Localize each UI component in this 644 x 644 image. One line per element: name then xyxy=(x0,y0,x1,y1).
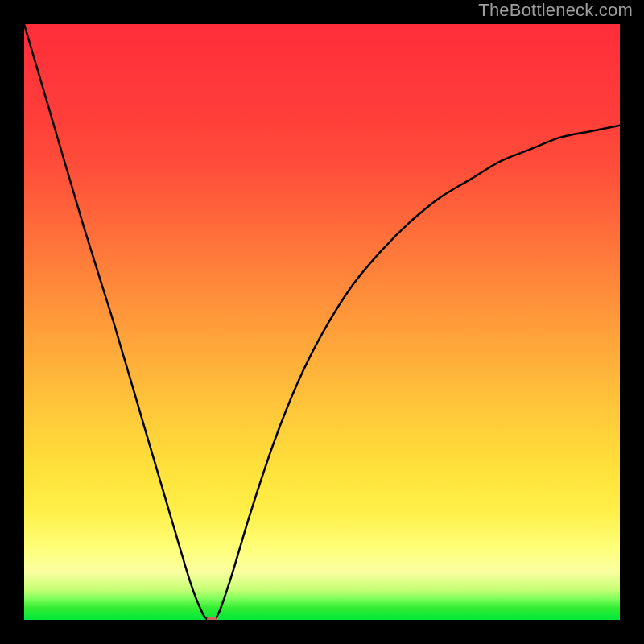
optimal-point-marker xyxy=(207,617,217,620)
plot-area xyxy=(24,24,620,620)
bottleneck-curve xyxy=(24,24,620,620)
watermark-text: TheBottleneck.com xyxy=(478,0,633,21)
curve-path xyxy=(24,24,620,620)
chart-frame: TheBottleneck.com xyxy=(0,0,644,644)
